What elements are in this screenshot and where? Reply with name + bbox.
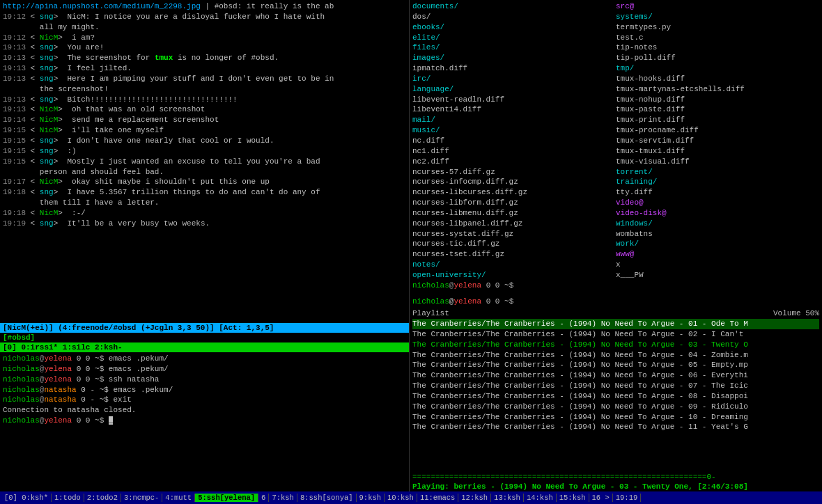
file-item: ebooks/ [412, 22, 616, 33]
bottom-bar-item[interactable]: 15:ksh [557, 494, 589, 502]
playlist-item[interactable]: The Cranberries/The Cranberries - (1994)… [412, 329, 819, 340]
file-item: elite/ [412, 33, 616, 43]
volume-label: Volume 50% [773, 309, 819, 317]
chat-area: http://apina.nupshost.com/medium/m_2298.… [0, 0, 409, 323]
bottom-bar-item[interactable]: 13:ksh [491, 494, 524, 502]
progress-bar: ========================================… [410, 472, 822, 482]
terminal-line: nicholas@yelena 0 0 ~$ _ [3, 416, 406, 426]
file-item: ipmatch.diff [412, 63, 616, 74]
file-item: mail/ [412, 115, 616, 125]
bottom-bar-item[interactable]: 4:mutt [162, 494, 195, 502]
bottom-bar-item[interactable]: 14:ksh [524, 494, 557, 502]
bottom-bar-item[interactable]: 2:todo2 [84, 494, 121, 502]
file-item: nc2.diff [412, 157, 616, 167]
bottom-bar-item[interactable]: 8:ssh[sonya] [297, 494, 357, 502]
bottom-bar-item[interactable]: 12:ksh [458, 494, 491, 502]
playlist-item[interactable]: The Cranberries/The Cranberries - (1994)… [412, 422, 819, 432]
terminal-line: nicholas@yelena 0 0 ~$ ssh natasha [3, 375, 406, 385]
playlist-item[interactable]: The Cranberries/The Cranberries - (1994)… [412, 391, 819, 402]
playlist-item[interactable]: The Cranberries/The Cranberries - (1994)… [412, 370, 819, 381]
chat-line: person and should feel bad. [3, 167, 406, 178]
file-item: tty.diff [616, 187, 819, 198]
chat-line: 19:13 < sng> The screenshot for tmux is … [3, 53, 406, 63]
file-item: notes/ [412, 260, 616, 270]
file-item: ncurses-libform.diff.gz [412, 198, 616, 208]
chat-line: 19:13 < sng> Here I am pimping your stuf… [3, 74, 406, 84]
file-item: wombatns [616, 229, 819, 239]
chat-line: 19:15 < NicM> i'll take one myself [3, 125, 406, 136]
file-list-area: documents/dos/ebooks/elite/files/images/… [410, 0, 822, 296]
file-item: open-university/ [412, 270, 616, 281]
chat-line: 19:12 < sng> NicM: I notice you are a di… [3, 12, 406, 22]
playlist-label: Playlist [412, 309, 449, 317]
terminal-area: nicholas@yelena 0 0 ~$ emacs .pekum/nich… [0, 352, 409, 491]
file-item: images/ [412, 53, 616, 63]
playlist-item[interactable]: The Cranberries/The Cranberries - (1994)… [412, 381, 819, 391]
playlist-item[interactable]: The Cranberries/The Cranberries - (1994)… [412, 319, 819, 329]
file-item: www@ [616, 249, 819, 260]
terminal-line: Connection to natasha closed. [3, 405, 406, 416]
file-item: tmux-tmux1.diff [616, 146, 819, 157]
bottom-bar-item[interactable]: 16 > [589, 494, 613, 502]
file-item: src@ [616, 1, 819, 12]
file-item: windows/ [616, 219, 819, 229]
terminal-line: nicholas@natasha 0 - ~$ exit [3, 395, 406, 405]
bottom-bar-item[interactable]: [0] 0:ksh* [1, 494, 52, 502]
playlist-item[interactable]: The Cranberries/The Cranberries - (1994)… [412, 412, 819, 423]
chat-line: 19:15 < sng> :) [3, 146, 406, 157]
bottom-bar-item[interactable]: 7:ksh [269, 494, 297, 502]
chat-line: 19:19 < sng> It'll be a very busy two we… [3, 219, 406, 229]
irc-status-bar: [NicM(+ei)] (4:freenode/#obsd (+Jcgln 3,… [0, 323, 409, 333]
bottom-bar-item[interactable]: 19:19 [613, 494, 642, 502]
tab-bar: [0] 0:irssi* 1:silc 2:ksh- [0, 342, 409, 352]
progress-eq: ========================================… [412, 473, 716, 481]
file-item: video@ [616, 198, 819, 208]
file-item: files/ [412, 42, 616, 53]
playlist-area: The Cranberries/The Cranberries - (1994)… [410, 319, 822, 472]
file-item: libevent14.diff [412, 104, 616, 115]
file-item: ncurses-tset.diff.gz [412, 249, 616, 260]
file-item: tip-poll.diff [616, 53, 819, 63]
chat-line: 19:13 < sng> I feel jilted. [3, 63, 406, 74]
file-item: ncurses-tic.diff.gz [412, 239, 616, 249]
window-name-bar: [#obsd] [0, 333, 409, 342]
file-item: music/ [412, 125, 616, 136]
left-pane: http://apina.nupshost.com/medium/m_2298.… [0, 0, 410, 491]
playlist-item[interactable]: The Cranberries/The Cranberries - (1994)… [412, 340, 819, 350]
file-item: termtypes.py [616, 22, 819, 33]
bottom-bar-item[interactable]: 9:ksh [357, 494, 385, 502]
chat-line: them till I have a letter. [3, 198, 406, 208]
file-item: ncurses-57.diff.gz [412, 167, 616, 178]
file-col: documents/dos/ebooks/elite/files/images/… [412, 1, 616, 294]
terminal-line: nicholas@natasha 0 - ~$ emacs .pekum/ [3, 385, 406, 395]
file-item: nicholas@yelena 0 0 ~$ [412, 281, 616, 291]
chat-line: 19:15 < sng> I don't have one nearly tha… [3, 136, 406, 146]
playlist-item[interactable]: The Cranberries/The Cranberries - (1994)… [412, 360, 819, 370]
file-col: src@systems/termtypes.pytest.ctip-notest… [616, 1, 819, 294]
file-item: tmux-nohup.diff [616, 95, 819, 105]
file-item: ncurses-libmenu.diff.gz [412, 208, 616, 219]
bottom-bar-item[interactable]: 5:ssh[yelena] [195, 494, 258, 502]
tab-bar-text: [0] 0:irssi* 1:silc 2:ksh- [3, 343, 123, 352]
file-item: ncurses-infocmp.diff.gz [412, 177, 616, 187]
playlist-item[interactable]: The Cranberries/The Cranberries - (1994)… [412, 350, 819, 361]
bottom-bar-item[interactable]: 3:ncmpc- [121, 494, 162, 502]
file-item: dos/ [412, 12, 616, 22]
file-item: x [616, 260, 819, 270]
file-item: ncurses-libpanel.diff.gz [412, 219, 616, 229]
playing-text: Playing: berries - (1994) No Need To Arg… [412, 482, 748, 491]
chat-line: 19:18 < NicM> :-/ [3, 208, 406, 219]
bottom-bar-item[interactable]: 10:ksh [385, 494, 417, 502]
main-area: http://apina.nupshost.com/medium/m_2298.… [0, 0, 822, 491]
prompt-line: nicholas@yelena 0 0 ~$ [410, 296, 822, 308]
file-item: systems/ [616, 12, 819, 22]
bottom-bar-item[interactable]: 11:emacs [417, 494, 458, 502]
bottom-bar-item[interactable]: 6 [258, 494, 269, 502]
playlist-item[interactable]: The Cranberries/The Cranberries - (1994)… [412, 402, 819, 412]
file-item: tmux-hooks.diff [616, 74, 819, 84]
chat-line: 19:18 < sng> I have 5.3567 trillion thin… [3, 187, 406, 198]
file-item: libevent-readln.diff [412, 95, 616, 105]
file-item: tmux-procname.diff [616, 125, 819, 136]
url-line: http://apina.nupshost.com/medium/m_2298.… [3, 1, 406, 12]
bottom-bar-item[interactable]: 1:todo [52, 494, 84, 502]
